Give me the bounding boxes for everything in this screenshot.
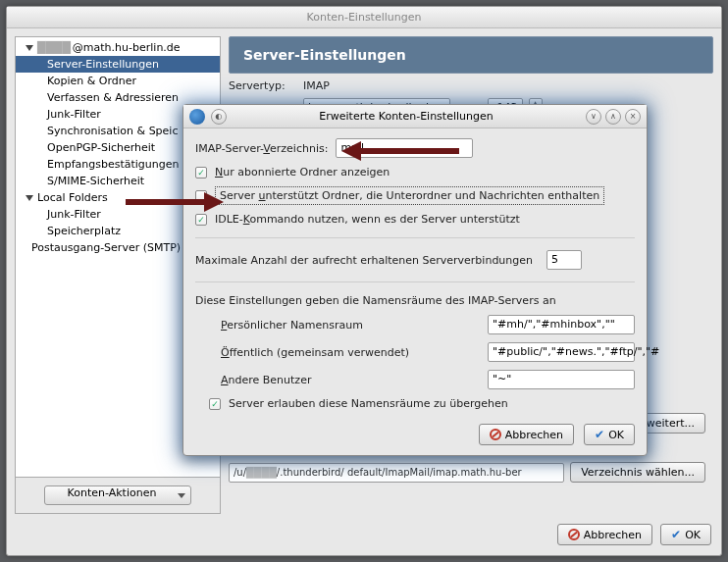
cb-idle-row: ✓ IDLE-Kommando nutzen, wenn es der Serv… <box>195 213 635 226</box>
account-actions-bar: Konten-Aktionen <box>16 477 220 513</box>
ok-button[interactable]: ✔ OK <box>660 524 711 545</box>
tree-item-server-settings[interactable]: Server-Einstellungen <box>16 56 220 73</box>
imap-dir-label: IMAP-Server-Verzeichnis: <box>195 142 328 155</box>
directory-row: /u/████/.thunderbird/ default/ImapMail/i… <box>229 462 705 483</box>
thunderbird-icon <box>189 109 205 125</box>
cancel-button[interactable]: Abbrechen <box>557 524 652 545</box>
imap-dir-input[interactable]: mail <box>336 138 473 158</box>
dialog-ok-button[interactable]: ✔ OK <box>584 424 635 445</box>
ns-public-label: Öffentlich (gemeinsam verwendet) <box>221 346 478 359</box>
checkbox-subscribed[interactable]: ✓ <box>195 167 207 179</box>
ns-other-input[interactable]: "~" <box>488 370 635 389</box>
check-icon: ✔ <box>671 528 681 541</box>
cancel-icon <box>490 429 501 440</box>
checkbox-override[interactable]: ✓ <box>209 398 221 410</box>
cb-idle-label: IDLE-Kommando nutzen, wenn es der Server… <box>215 213 520 226</box>
dialog-titlebar: ◐ Erweiterte Konten-Einstellungen ∨ ∧ × <box>183 105 647 128</box>
maxconn-input[interactable]: 5 <box>546 250 582 270</box>
namespace-intro: Diese Einstellungen geben die Namensräum… <box>195 294 635 307</box>
imap-dir-row: IMAP-Server-Verzeichnis: mail <box>195 138 635 158</box>
panel-title: Server-Einstellungen <box>229 36 713 74</box>
account-actions-dropdown[interactable]: Konten-Aktionen <box>44 485 191 505</box>
cb-subscribed-row: ✓ Nur abonnierte Ordner anzeigen <box>195 166 635 179</box>
choose-directory-button[interactable]: Verzeichnis wählen... <box>570 462 705 483</box>
cb-subfolders-row: Server unterstützt Ordner, die Unterordn… <box>195 186 635 205</box>
minimize-icon[interactable]: ∨ <box>586 109 601 125</box>
close-icon[interactable]: × <box>625 109 641 125</box>
cancel-icon <box>568 529 580 540</box>
tree-account-root[interactable]: ████ @math.hu-berlin.de <box>16 39 220 56</box>
servertype-label: Servertyp: <box>229 79 297 92</box>
tree-local-label: Local Folders <box>37 191 108 204</box>
tree-item-copies[interactable]: Kopien & Ordner <box>16 73 220 89</box>
ns-public-input[interactable]: "#public/","#news.","#ftp/","# <box>488 342 635 362</box>
maximize-icon[interactable]: ∧ <box>605 109 621 125</box>
path-prefix: /u/ <box>234 467 246 478</box>
ns-other-row: Andere Benutzer "~" <box>195 370 635 389</box>
cb-override-label: Server erlauben diese Namensräume zu übe… <box>229 397 508 410</box>
tree-account-label: @math.hu-berlin.de <box>73 41 181 54</box>
dialog-body: IMAP-Server-Verzeichnis: mail ✓ Nur abon… <box>183 128 647 455</box>
cb-override-row: ✓ Server erlauben diese Namensräume zu ü… <box>195 397 635 410</box>
servertype-value: IMAP <box>303 79 330 92</box>
maxconn-row: Maximale Anzahl der aufrecht erhaltenen … <box>195 250 635 270</box>
pin-icon[interactable]: ◐ <box>211 109 227 125</box>
ns-personal-row: Persönlicher Namensraum "#mh/","#mhinbox… <box>195 315 635 334</box>
window-title: Konten-Einstellungen <box>7 7 721 28</box>
ns-personal-input[interactable]: "#mh/","#mhinbox","" <box>488 315 635 334</box>
directory-input[interactable]: /u/████/.thunderbird/ default/ImapMail/i… <box>229 463 564 483</box>
chevron-down-icon <box>26 45 33 51</box>
dialog-title: Erweiterte Konten-Einstellungen <box>319 110 493 123</box>
servertype-row: Servertyp: IMAP <box>229 79 713 92</box>
cb-subfolders-label: Server unterstützt Ordner, die Unterordn… <box>215 186 604 205</box>
checkbox-subfolders[interactable] <box>195 190 207 202</box>
window-footer: Abbrechen ✔ OK <box>7 514 721 555</box>
maxconn-label: Maximale Anzahl der aufrecht erhaltenen … <box>195 254 533 267</box>
chevron-down-icon <box>26 195 33 201</box>
dialog-cancel-button[interactable]: Abbrechen <box>479 424 574 445</box>
ns-other-label: Andere Benutzer <box>221 374 478 386</box>
dialog-footer: Abbrechen ✔ OK <box>195 418 635 445</box>
check-icon: ✔ <box>595 428 604 441</box>
checkbox-idle[interactable]: ✓ <box>195 214 207 226</box>
ns-personal-label: Persönlicher Namensraum <box>221 319 478 332</box>
path-value: /.thunderbird/ default/ImapMail/imap.mat… <box>277 467 522 478</box>
advanced-settings-dialog: ◐ Erweiterte Konten-Einstellungen ∨ ∧ × … <box>182 104 648 456</box>
ns-public-row: Öffentlich (gemeinsam verwendet) "#publi… <box>195 342 635 362</box>
cb-subscribed-label: Nur abonnierte Ordner anzeigen <box>215 166 390 179</box>
